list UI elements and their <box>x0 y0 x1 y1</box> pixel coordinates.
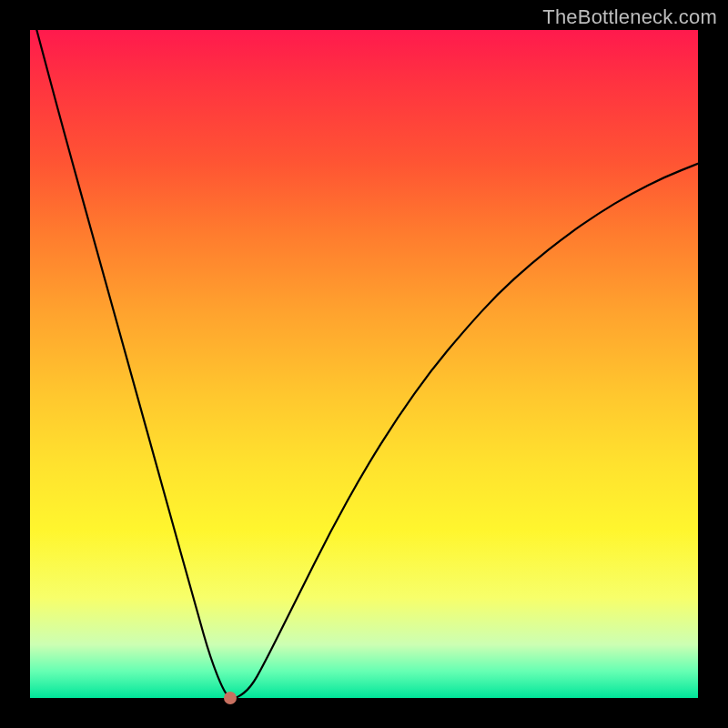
watermark-text: TheBottleneck.com <box>542 5 717 29</box>
optimum-marker <box>224 692 237 704</box>
bottleneck-curve <box>30 30 698 698</box>
chart-plot-area <box>30 30 698 698</box>
